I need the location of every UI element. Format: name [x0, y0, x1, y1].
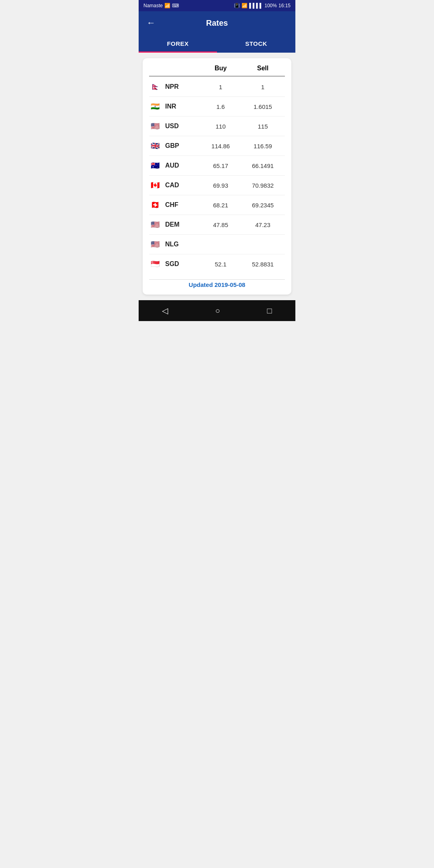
- flag-icon: 🇺🇸: [149, 221, 161, 229]
- rate-sell: 66.1491: [241, 162, 285, 169]
- time-display: 16:15: [278, 3, 291, 8]
- table-header: Buy Sell: [149, 65, 285, 76]
- currency-code: CAD: [165, 182, 201, 189]
- rate-sell: 52.8831: [241, 261, 285, 268]
- table-row: 🇺🇸 DEM 47.85 47.23: [149, 215, 285, 235]
- flag-icon: 🇮🇳: [149, 102, 161, 111]
- back-button[interactable]: ←: [145, 16, 157, 30]
- battery-percent: 100%: [264, 3, 277, 8]
- rate-buy: 1.6: [201, 103, 241, 110]
- rate-sell: 1: [241, 84, 285, 90]
- currency-code: INR: [165, 103, 201, 110]
- rate-sell: 115: [241, 123, 285, 130]
- flag-icon: 🇺🇸: [149, 122, 161, 130]
- tab-bar: FOREX STOCK: [139, 35, 295, 53]
- rate-buy: 110: [201, 123, 241, 130]
- rate-sell: 70.9832: [241, 182, 285, 189]
- status-bar: Namaste 📶 ⌨ 📳 📶 ▌▌▌▌ 100% 16:15: [139, 0, 295, 11]
- table-row: 🇮🇳 INR 1.6 1.6015: [149, 97, 285, 117]
- recent-nav-icon[interactable]: □: [267, 306, 272, 315]
- status-right: 📳 📶 ▌▌▌▌ 100% 16:15: [234, 3, 291, 8]
- page-title: Rates: [206, 18, 228, 28]
- updated-text: Updated 2019-05-08: [149, 279, 285, 288]
- sell-header: Sell: [241, 65, 285, 72]
- currency-code: AUD: [165, 162, 201, 169]
- rate-sell: 116.59: [241, 143, 285, 149]
- flag-icon: 🇬🇧: [149, 142, 161, 150]
- table-row: 🇬🇧 GBP 114.86 116.59: [149, 136, 285, 156]
- flag-icon: 🇳🇵: [149, 83, 161, 91]
- flag-icon: 🇸🇬: [149, 260, 161, 268]
- rate-buy: 68.21: [201, 202, 241, 209]
- table-row: 🇨🇭 CHF 68.21 69.2345: [149, 195, 285, 215]
- table-row: 🇦🇺 AUD 65.17 66.1491: [149, 156, 285, 176]
- currency-code: NLG: [165, 241, 201, 248]
- content-area: Buy Sell 🇳🇵 NPR 1 1 🇮🇳 INR 1.6 1.6015 🇺🇸…: [139, 53, 295, 300]
- wifi-icon: 📶: [242, 3, 248, 8]
- rate-buy: 114.86: [201, 143, 241, 149]
- app-name: Namaste: [143, 3, 163, 8]
- rate-buy: 1: [201, 84, 241, 90]
- table-row: 🇳🇵 NPR 1 1: [149, 77, 285, 97]
- home-nav-icon[interactable]: ○: [215, 306, 220, 315]
- currency-table: 🇳🇵 NPR 1 1 🇮🇳 INR 1.6 1.6015 🇺🇸 USD 110 …: [149, 77, 285, 274]
- rate-sell: 69.2345: [241, 202, 285, 209]
- rate-sell: 47.23: [241, 221, 285, 228]
- signal-bars: ▌▌▌▌: [249, 3, 263, 8]
- currency-code: GBP: [165, 142, 201, 149]
- rate-buy: 65.17: [201, 162, 241, 169]
- currency-code: SGD: [165, 260, 201, 268]
- bottom-nav: ◁ ○ □: [139, 300, 295, 321]
- currency-code: NPR: [165, 83, 201, 90]
- signal-icon: 📶: [164, 3, 170, 8]
- table-row: 🇺🇸 USD 110 115: [149, 117, 285, 136]
- rate-buy: 47.85: [201, 221, 241, 228]
- usb-icon: ⌨: [172, 3, 179, 8]
- table-row: 🇨🇦 CAD 69.93 70.9832: [149, 176, 285, 195]
- tab-stock[interactable]: STOCK: [217, 35, 295, 53]
- flag-icon: 🇦🇺: [149, 162, 161, 170]
- buy-header: Buy: [201, 65, 241, 72]
- rate-buy: 69.93: [201, 182, 241, 189]
- currency-code: DEM: [165, 221, 201, 228]
- flag-icon: 🇺🇸: [149, 240, 161, 248]
- table-row: 🇺🇸 NLG: [149, 235, 285, 254]
- vibrate-icon: 📳: [234, 3, 240, 8]
- tab-forex[interactable]: FOREX: [139, 35, 217, 53]
- status-left: Namaste 📶 ⌨: [143, 3, 179, 8]
- flag-icon: 🇨🇦: [149, 181, 161, 189]
- rate-buy: 52.1: [201, 261, 241, 268]
- header: ← Rates: [139, 11, 295, 35]
- flag-icon: 🇨🇭: [149, 201, 161, 209]
- currency-code: CHF: [165, 201, 201, 209]
- currency-code: USD: [165, 123, 201, 130]
- back-nav-icon[interactable]: ◁: [162, 306, 168, 315]
- rate-sell: 1.6015: [241, 103, 285, 110]
- rates-card: Buy Sell 🇳🇵 NPR 1 1 🇮🇳 INR 1.6 1.6015 🇺🇸…: [143, 58, 291, 295]
- table-row: 🇸🇬 SGD 52.1 52.8831: [149, 254, 285, 274]
